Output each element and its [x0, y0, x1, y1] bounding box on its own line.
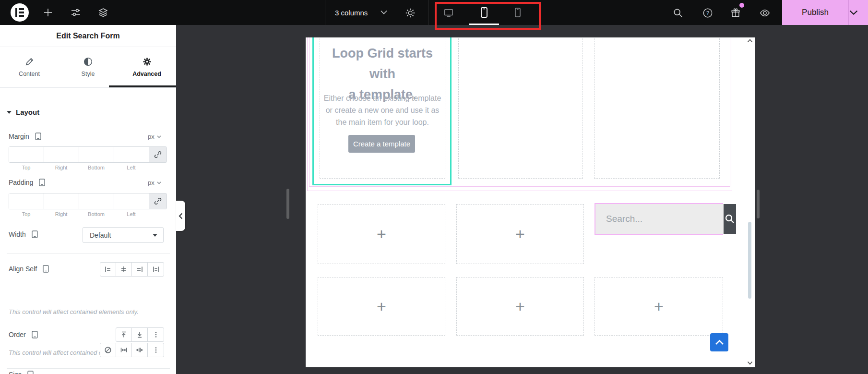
device-tablet-mini-icon[interactable] — [27, 371, 34, 374]
align-stretch-icon — [152, 265, 160, 273]
panel-collapse-handle[interactable] — [176, 201, 185, 231]
loop-grid-placeholder-cell[interactable] — [594, 37, 720, 179]
link-icon — [154, 197, 162, 205]
loop-grid-title-line1: Loop Grid starts with — [320, 43, 445, 84]
sublabel-left: Left — [114, 211, 149, 217]
loop-grid-desc-line2: or create a new one and use it as — [320, 104, 445, 116]
layout-section-header[interactable]: Layout — [7, 108, 39, 116]
scroll-to-top-button[interactable] — [710, 333, 728, 351]
loop-grid-desc-line1: Either choose an existing template — [320, 92, 445, 104]
add-widget-plus-icon[interactable]: + — [515, 297, 525, 316]
layout-section-label: Layout — [16, 108, 39, 116]
left-scrollbar-thumb[interactable] — [286, 189, 289, 219]
margin-label-row: Margin — [9, 133, 41, 140]
link-values-button[interactable] — [149, 147, 166, 162]
padding-top-input[interactable] — [9, 193, 44, 209]
empty-container-cell[interactable]: + — [456, 204, 584, 264]
device-tablet-mini-icon[interactable] — [32, 230, 38, 238]
finder-search-icon[interactable] — [673, 8, 682, 17]
right-scrollbar-thumb[interactable] — [757, 190, 760, 218]
tab-advanced[interactable]: Advanced — [118, 47, 176, 87]
search-input[interactable] — [595, 204, 724, 234]
canvas-scroll-down-arrow[interactable] — [747, 361, 753, 365]
tab-style[interactable]: Style — [59, 47, 118, 87]
canvas-scrollbar-thumb[interactable] — [748, 222, 751, 299]
align-self-button-group — [100, 262, 164, 277]
width-select[interactable]: Default — [83, 227, 164, 243]
align-stretch-button[interactable] — [148, 263, 164, 276]
padding-bottom-input[interactable] — [79, 193, 114, 209]
notification-dot — [739, 3, 744, 8]
edit-panel: Edit Search Form Content Style Advanced … — [0, 25, 176, 374]
grow-icon — [120, 346, 128, 354]
device-tablet-mini-icon[interactable] — [35, 133, 41, 140]
dropdown-arrow-icon — [153, 234, 157, 237]
search-form-widget[interactable] — [595, 203, 723, 235]
sublabel-top: Top — [9, 165, 44, 170]
empty-container-cell[interactable]: + — [456, 277, 584, 336]
empty-container-cell[interactable]: + — [595, 277, 723, 336]
order-first-icon — [120, 331, 128, 338]
size-shrink-button[interactable] — [132, 343, 148, 357]
align-center-button[interactable] — [116, 263, 132, 276]
margin-top-input[interactable] — [9, 147, 44, 162]
pencil-icon — [25, 57, 34, 66]
padding-unit-dropdown[interactable]: px — [148, 179, 161, 186]
empty-container-cell[interactable]: + — [318, 204, 445, 264]
tab-style-label: Style — [82, 71, 95, 77]
add-widget-plus-icon[interactable]: + — [377, 225, 386, 243]
padding-label-row: Padding — [9, 179, 45, 186]
margin-right-input[interactable] — [44, 147, 79, 162]
structure-layers-icon[interactable] — [98, 8, 108, 17]
margin-label: Margin — [9, 133, 29, 140]
size-none-button[interactable] — [100, 343, 116, 357]
ban-icon — [104, 346, 112, 354]
preview-eye-icon[interactable] — [759, 8, 769, 17]
align-end-button[interactable] — [132, 263, 148, 276]
order-button-group — [116, 327, 164, 342]
device-tablet-mini-icon[interactable] — [39, 179, 45, 186]
dots-vertical-icon — [152, 331, 160, 338]
align-end-icon — [136, 265, 143, 273]
chevron-up-icon — [715, 339, 724, 345]
divider — [7, 368, 170, 369]
align-self-label: Align Self — [9, 265, 37, 273]
site-settings-sliders-icon[interactable] — [71, 8, 81, 17]
add-widget-plus-icon[interactable]: + — [654, 297, 664, 316]
magnifier-icon — [724, 213, 736, 225]
canvas-scroll-up-arrow[interactable] — [747, 39, 753, 43]
whats-new-gift-icon[interactable] — [730, 8, 740, 17]
elementor-logo-icon — [15, 8, 24, 17]
device-tablet-mini-icon[interactable] — [32, 331, 38, 338]
divider — [7, 253, 170, 254]
add-widget-plus-icon[interactable]: + — [377, 297, 386, 316]
align-start-button[interactable] — [100, 263, 116, 276]
padding-left-input[interactable] — [114, 193, 149, 209]
tab-content[interactable]: Content — [0, 47, 59, 87]
settings-gear-icon[interactable] — [405, 8, 415, 17]
size-custom-button[interactable] — [148, 343, 164, 357]
empty-container-cell[interactable]: + — [318, 277, 445, 336]
link-values-button[interactable] — [149, 193, 166, 209]
margin-left-input[interactable] — [114, 147, 149, 162]
device-tablet-mini-icon[interactable] — [43, 265, 49, 273]
loop-grid-placeholder-cell[interactable] — [458, 37, 583, 179]
search-submit-button[interactable] — [724, 204, 736, 234]
padding-right-input[interactable] — [44, 193, 79, 209]
order-custom-button[interactable] — [148, 328, 164, 341]
chevron-down-icon[interactable] — [380, 10, 390, 20]
size-grow-button[interactable] — [116, 343, 132, 357]
order-last-button[interactable] — [132, 328, 148, 341]
create-template-button[interactable]: Create a template — [348, 135, 415, 153]
help-icon[interactable]: ? — [702, 8, 712, 17]
editor-canvas[interactable]: Loop Grid starts with a template. Either… — [306, 37, 755, 367]
order-first-button[interactable] — [116, 328, 132, 341]
publish-options-chevron-icon[interactable] — [849, 10, 858, 15]
elementor-logo[interactable] — [11, 3, 29, 22]
order-label: Order — [9, 331, 26, 338]
margin-unit-dropdown[interactable]: px — [148, 133, 161, 140]
add-element-icon[interactable] — [43, 8, 53, 17]
margin-bottom-input[interactable] — [79, 147, 114, 162]
columns-dropdown[interactable]: 3 columns — [335, 0, 368, 25]
add-widget-plus-icon[interactable]: + — [515, 225, 525, 243]
